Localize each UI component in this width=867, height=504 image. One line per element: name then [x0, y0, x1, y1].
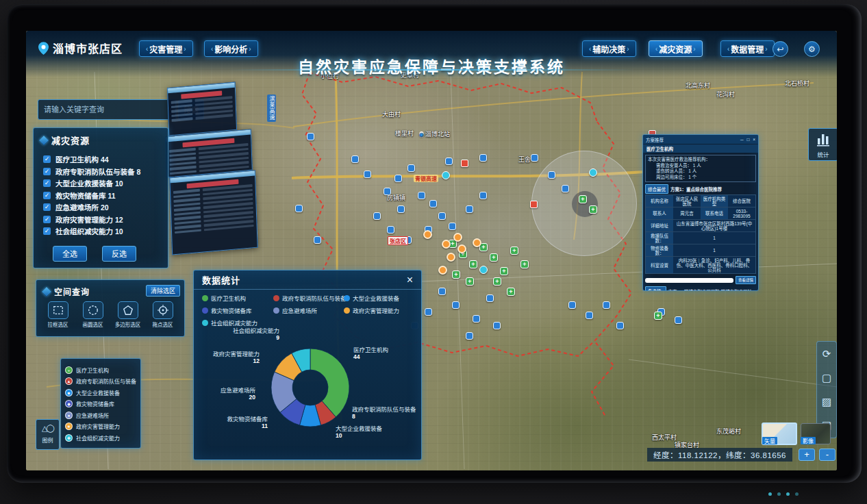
- plan2-tab[interactable]: 备选推荐: [645, 286, 666, 291]
- facility-marker-blue[interactable]: [373, 212, 381, 220]
- checkbox-checked-icon[interactable]: ✓: [43, 192, 51, 199]
- facility-marker-blue[interactable]: [307, 133, 314, 140]
- close-icon[interactable]: ×: [753, 137, 755, 142]
- resource-item[interactable]: ✓救灾物资储备库 11: [43, 190, 162, 202]
- resource-item[interactable]: ✓医疗卫生机构 44: [43, 153, 162, 166]
- facility-marker-blue[interactable]: [387, 226, 394, 234]
- facility-marker-blue[interactable]: [314, 236, 321, 244]
- shelter-marker-cyan[interactable]: [589, 168, 597, 177]
- checkbox-checked-icon[interactable]: ✓: [43, 227, 51, 235]
- medical-marker-green[interactable]: +: [490, 253, 498, 262]
- facility-marker-blue[interactable]: [473, 315, 480, 323]
- back-button[interactable]: ↩: [772, 41, 788, 57]
- medical-marker-green[interactable]: +: [510, 247, 518, 255]
- warning-marker-red[interactable]: [461, 160, 468, 167]
- shelter-marker-cyan[interactable]: [442, 171, 450, 179]
- facility-marker-blue[interactable]: [397, 205, 405, 213]
- medical-marker-green[interactable]: +: [579, 195, 587, 203]
- facility-marker-blue[interactable]: [479, 154, 487, 162]
- nav-button-数据管理[interactable]: ‹数据管理›: [720, 40, 775, 57]
- checkbox-checked-icon[interactable]: ✓: [43, 203, 51, 211]
- search-input[interactable]: [38, 99, 176, 120]
- legend-toggle-button[interactable]: △◯ 图例: [36, 419, 60, 450]
- checkbox-checked-icon[interactable]: ✓: [43, 216, 51, 223]
- facility-marker-blue[interactable]: [351, 155, 359, 163]
- facility-marker-blue[interactable]: [418, 192, 425, 199]
- medical-marker-green[interactable]: +: [507, 288, 515, 296]
- medical-marker-green[interactable]: +: [589, 205, 597, 214]
- facility-marker-blue[interactable]: [531, 154, 538, 162]
- clear-selection-button[interactable]: 清除选区: [146, 285, 180, 297]
- resource-item[interactable]: ✓政府灾害管理能力 12: [43, 214, 162, 226]
- facility-marker-blue[interactable]: [425, 308, 432, 316]
- minimize-icon[interactable]: ─: [740, 137, 744, 142]
- facility-marker-blue[interactable]: [438, 212, 446, 220]
- select-all-button[interactable]: 全选: [53, 246, 87, 262]
- resource-item[interactable]: ✓大型企业救援装备 10: [43, 177, 162, 190]
- nav-button-减灾资源[interactable]: ‹减灾资源›: [649, 40, 703, 57]
- resource-item[interactable]: ✓应急避难场所 20: [43, 201, 162, 214]
- hatch-region-icon[interactable]: ▨: [822, 396, 831, 407]
- plan-detail-button[interactable]: 查看详情: [736, 276, 756, 284]
- management-marker-orange[interactable]: [438, 266, 447, 275]
- medical-marker-green[interactable]: +: [452, 270, 460, 279]
- resource-item[interactable]: ✓政府专职消防队伍与装备 8: [43, 166, 162, 178]
- medical-marker-green[interactable]: +: [493, 277, 501, 286]
- facility-marker-blue[interactable]: [394, 175, 402, 182]
- management-marker-orange[interactable]: [423, 230, 432, 239]
- facility-marker-blue[interactable]: [493, 322, 501, 329]
- management-marker-orange[interactable]: [447, 253, 455, 262]
- facility-marker-blue[interactable]: [407, 164, 415, 172]
- tool-拉框选区[interactable]: 拉框选区: [42, 301, 74, 328]
- zoom-in-button[interactable]: +: [799, 449, 815, 461]
- rect-select-icon[interactable]: ▢: [822, 373, 831, 383]
- management-marker-orange[interactable]: [442, 240, 451, 249]
- tool-画圆选区[interactable]: 画圆选区: [77, 301, 109, 328]
- warning-marker-red[interactable]: [530, 201, 538, 208]
- zoom-out-button[interactable]: -: [819, 449, 835, 461]
- statistics-button[interactable]: 统计: [808, 128, 837, 161]
- facility-marker-blue[interactable]: [429, 200, 437, 207]
- basemap-imagery-button[interactable]: 影像: [801, 423, 831, 444]
- tools-button[interactable]: ⚙: [804, 41, 820, 57]
- plan1-tab[interactable]: 综合最优: [645, 184, 668, 194]
- checkbox-checked-icon[interactable]: ✓: [43, 168, 51, 175]
- facility-marker-blue[interactable]: [675, 316, 682, 324]
- facility-marker-blue[interactable]: [452, 301, 460, 309]
- facility-marker-blue[interactable]: [603, 301, 610, 309]
- management-marker-orange[interactable]: [473, 238, 481, 247]
- facility-marker-blue[interactable]: [486, 294, 494, 302]
- facility-marker-blue[interactable]: [449, 223, 456, 230]
- facility-marker-blue[interactable]: [466, 332, 473, 340]
- medical-marker-green[interactable]: +: [469, 260, 477, 268]
- restore-icon[interactable]: □: [746, 137, 749, 142]
- facility-marker-blue[interactable]: [364, 171, 371, 178]
- medical-marker-green[interactable]: +: [654, 312, 662, 320]
- facility-marker-blue[interactable]: [568, 301, 576, 309]
- resource-item[interactable]: ✓社会组织减灾能力 10: [43, 225, 162, 238]
- facility-marker-blue[interactable]: [466, 205, 473, 213]
- medical-marker-green[interactable]: +: [520, 260, 529, 268]
- basemap-vector-button[interactable]: 矢量: [762, 423, 797, 445]
- reset-view-icon[interactable]: ⟳: [822, 349, 831, 359]
- facility-marker-blue[interactable]: [438, 288, 446, 295]
- medical-marker-green[interactable]: +: [500, 267, 508, 275]
- tool-拖点选区[interactable]: 拖点选区: [147, 301, 179, 328]
- facility-marker-blue[interactable]: [586, 312, 593, 319]
- facility-marker-blue[interactable]: [295, 205, 303, 212]
- close-icon[interactable]: ×: [407, 274, 413, 286]
- tool-多边形选区[interactable]: 多边形选区: [112, 301, 144, 328]
- checkbox-checked-icon[interactable]: ✓: [43, 155, 51, 163]
- facility-marker-blue[interactable]: [616, 322, 624, 329]
- management-marker-orange[interactable]: [453, 233, 462, 242]
- medical-marker-green[interactable]: +: [466, 277, 474, 286]
- invert-select-button[interactable]: 反选: [102, 246, 136, 262]
- management-marker-orange[interactable]: [457, 244, 466, 253]
- facility-marker-blue[interactable]: [479, 192, 487, 199]
- facility-marker-blue[interactable]: [562, 185, 569, 192]
- shelter-marker-cyan[interactable]: [479, 266, 488, 274]
- facility-marker-blue[interactable]: [548, 171, 555, 179]
- checkbox-checked-icon[interactable]: ✓: [43, 179, 51, 187]
- nav-button-辅助决策[interactable]: ‹辅助决策›: [582, 40, 636, 57]
- facility-marker-blue[interactable]: [445, 158, 453, 165]
